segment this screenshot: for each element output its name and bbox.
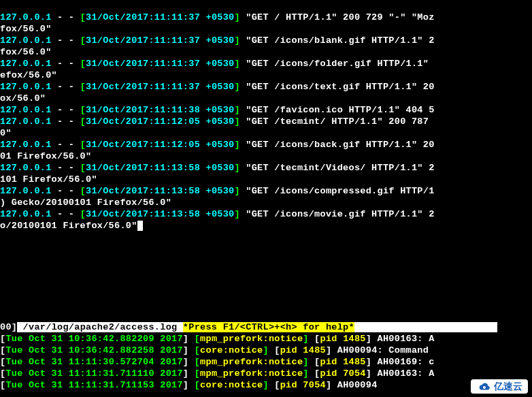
log-ip: 127.0.0.1 xyxy=(0,12,52,22)
status-counter: 00] xyxy=(0,322,17,332)
svg-point-0 xyxy=(483,385,486,388)
log-timestamp: 31/Oct/2017:11:11:37 +0530 xyxy=(86,12,234,22)
syslog-module: mpm_prefork:notice xyxy=(200,334,303,344)
watermark-badge: 亿速云 xyxy=(471,379,528,394)
status-help-hint: *Press F1/<CTRL>+<h> for help* xyxy=(183,322,354,332)
log-wrap: fox/56.0" xyxy=(0,24,52,34)
cursor-icon xyxy=(137,221,143,231)
bracket: [ xyxy=(80,12,86,22)
watermark-text: 亿速云 xyxy=(494,381,522,392)
error-log-pane: [Tue Oct 31 10:36:42.882209 2017] [mpm_p… xyxy=(0,333,532,391)
log-request: "GET / HTTP/1.1" 200 729 "-" "Moz xyxy=(240,12,435,22)
access-log-pane: 127.0.0.1 - - [31/Oct/2017:11:11:37 +053… xyxy=(0,12,532,232)
syslog-pid: pid 1485 xyxy=(320,334,366,344)
status-bar: 00] /var/log/apache2/access.log *Press F… xyxy=(0,321,532,333)
status-file-path: /var/log/apache2/access.log xyxy=(17,322,183,332)
cloud-icon xyxy=(476,381,491,392)
terminal-viewport[interactable]: 127.0.0.1 - - [31/Oct/2017:11:11:37 +053… xyxy=(0,0,532,397)
empty-space xyxy=(0,232,532,321)
syslog-timestamp: Tue Oct 31 10:36:42.882209 2017 xyxy=(5,334,182,344)
